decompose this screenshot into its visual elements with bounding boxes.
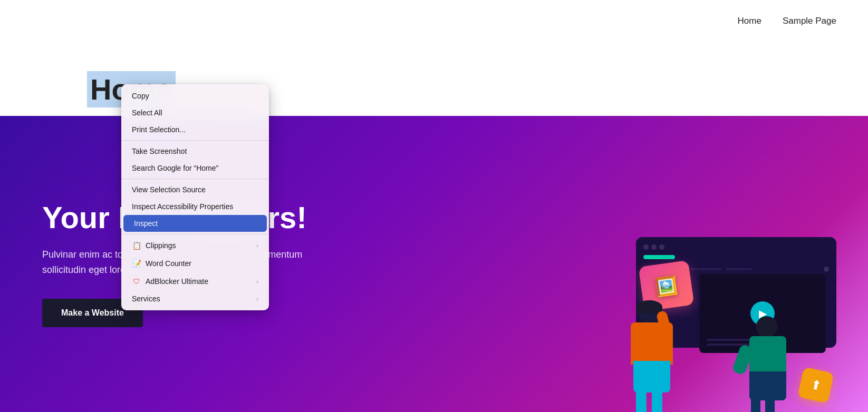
word-counter-icon: 📝 xyxy=(132,259,141,268)
context-menu-view-selection-source[interactable]: View Selection Source xyxy=(121,181,269,198)
adblocker-icon: 🛡 xyxy=(132,277,141,286)
context-menu-print-selection[interactable]: Print Selection... xyxy=(121,121,269,138)
context-menu-inspect[interactable]: Inspect xyxy=(123,215,267,232)
separator-1 xyxy=(121,140,269,141)
services-arrow: › xyxy=(256,296,258,302)
context-menu-clippings[interactable]: 📋 Clippings › xyxy=(121,237,269,254)
context-menu-inspect-accessibility[interactable]: Inspect Accessibility Properties xyxy=(121,198,269,215)
nav-sample-page[interactable]: Sample Page xyxy=(783,16,836,26)
context-menu-search-google[interactable]: Search Google for “Home” xyxy=(121,160,269,176)
hero-illustration: ▶ 🖼️ ⬆ xyxy=(615,237,836,412)
context-menu-select-all[interactable]: Select All xyxy=(121,104,269,121)
adblocker-arrow: › xyxy=(256,278,258,285)
context-menu-word-counter[interactable]: 📝 Word Counter xyxy=(121,254,269,272)
nav-home[interactable]: Home xyxy=(738,16,761,26)
context-menu-adblocker[interactable]: 🛡 AdBlocker Ultimate › xyxy=(121,272,269,290)
separator-3 xyxy=(121,234,269,234)
context-menu-services[interactable]: Services › xyxy=(121,290,269,307)
nav-links: Home Sample Page xyxy=(738,16,836,26)
context-menu-take-screenshot[interactable]: Take Screenshot xyxy=(121,143,269,160)
clippings-arrow: › xyxy=(256,242,258,249)
clippings-icon: 📋 xyxy=(132,241,141,250)
context-menu-copy[interactable]: Copy xyxy=(121,87,269,104)
separator-2 xyxy=(121,179,269,179)
context-menu: Copy Select All Print Selection... Take … xyxy=(121,84,269,310)
